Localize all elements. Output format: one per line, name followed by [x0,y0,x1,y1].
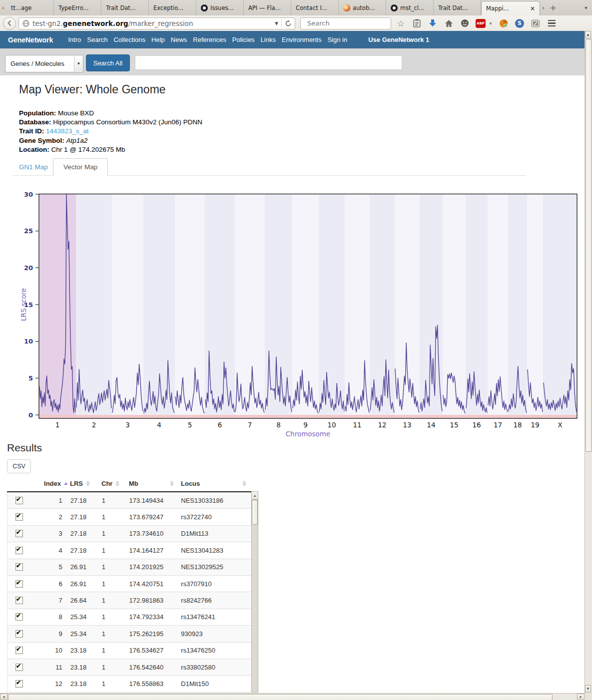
use-genenetwork1-link[interactable]: Use GeneNetwork 1 [368,36,429,43]
sort-icon[interactable] [115,481,119,486]
x-tick-label: 8 [276,421,281,429]
table-scrollbar-thumb[interactable] [252,500,258,525]
scroll-left-button[interactable]: ◂ [0,694,7,700]
row-checkbox[interactable] [15,647,23,654]
search-all-button[interactable]: Search All [86,54,130,71]
row-checkbox[interactable] [15,497,23,504]
x-tick-label: 6 [218,421,222,429]
x-tick-label: 3 [125,421,130,429]
reload-icon[interactable] [285,20,292,27]
proxy-addon-icon[interactable] [497,17,510,29]
reading-list-icon[interactable] [410,17,423,29]
row-checkbox[interactable] [15,680,23,688]
row-checkbox[interactable] [15,664,23,671]
chromosome-band [292,194,319,419]
nav-item-links[interactable]: Links [261,36,276,43]
browser-tab[interactable]: Trait Dat... [434,0,481,15]
menu-icon[interactable] [545,17,558,29]
home-icon[interactable] [442,17,455,29]
scroll-up-button[interactable]: ▲ [585,31,591,38]
url-bar[interactable]: test-gn2.genenetwork.org/marker_regressi… [18,17,295,29]
nav-item-search[interactable]: Search [87,36,107,43]
nav-item-collections[interactable]: Collections [113,36,145,43]
browser-tab[interactable]: Contact I... [291,0,339,15]
downloads-icon[interactable] [426,17,439,29]
tab-list-dropdown-button[interactable]: ▾ [580,0,592,15]
search-category-select[interactable]: Genes / Molecules ▼ [5,55,83,72]
tab-vector-map[interactable]: Vector Map [53,158,108,176]
table-scrollbar[interactable]: ▲ [251,491,258,693]
x-tick-label: 14 [427,421,435,429]
csv-export-button[interactable]: CSV [7,459,31,473]
tab-scroll-right-button[interactable]: › [540,0,547,15]
cell-locus: rs13476241 [179,613,251,621]
skype-addon-icon[interactable]: S [513,17,526,29]
browser-tab[interactable]: Exceptio... [149,0,196,15]
row-checkbox[interactable] [15,563,23,571]
browser-search-box[interactable] [300,17,391,29]
page-horizontal-scrollbar[interactable]: ◂ ▸ [0,693,585,700]
row-checkbox[interactable] [15,513,23,521]
browser-tab[interactable]: Issues... [196,0,244,15]
browser-search-input[interactable] [306,19,393,27]
row-checkbox[interactable] [15,547,23,554]
sort-icon[interactable] [242,481,246,486]
gn-brand[interactable]: GeneNetwork [8,36,53,44]
adblock-dropdown-icon[interactable]: ▾ [487,17,494,29]
sort-icon[interactable] [86,481,90,486]
tab-gn1-map[interactable]: GN1 Map [19,163,48,171]
row-checkbox[interactable] [15,580,23,588]
browser-tab-active[interactable]: Mappi...× [481,1,540,15]
browser-tab[interactable]: API — Fla... [244,0,291,15]
nav-item-news[interactable]: News [171,36,187,43]
cell-lrs: 27.18 [68,513,100,521]
column-label: Index [40,480,61,487]
tab-scroll-left-button[interactable]: ‹ [0,0,6,15]
vertical-scrollbar-thumb[interactable] [586,39,592,452]
browser-tab[interactable]: Trait Dat... [101,0,149,15]
x-tick-label: 10 [327,421,336,429]
sort-icon[interactable] [170,481,174,486]
bookmark-star-icon[interactable]: ☆ [394,17,407,29]
nav-item-help[interactable]: Help [151,36,165,43]
column-header-mb[interactable]: Mb [127,480,179,487]
horizontal-scrollbar-thumb[interactable] [8,694,553,700]
chat-icon[interactable] [458,17,471,29]
trait-id-link[interactable]: 1443823_s_at [46,127,89,135]
row-checkbox[interactable] [15,630,23,638]
column-header-chr[interactable]: Chr [99,480,127,487]
sort-icon[interactable] [64,482,68,485]
url-history-dropdown-icon[interactable]: ▼ [272,21,281,26]
nav-item-environments[interactable]: Environments [282,36,321,43]
tab-close-icon[interactable]: × [530,5,535,12]
nav-item-references[interactable]: References [193,36,226,43]
cell-mb: 173.734610 [127,530,179,537]
gn-search-input[interactable] [135,55,402,70]
browser-tab[interactable]: mst_cl... [386,0,434,15]
nav-item-policies[interactable]: Policies [232,36,255,43]
column-header-lrs[interactable]: LRS [68,480,99,487]
chromosome-band [527,194,543,419]
row-checkbox[interactable] [15,597,23,604]
page-vertical-scrollbar[interactable]: ▲ ▼ [585,31,592,693]
row-checkbox[interactable] [15,530,23,537]
cell-mb: 176.558863 [127,680,179,688]
screenshot-addon-icon[interactable] [529,17,542,29]
nav-item-intro[interactable]: Intro [68,36,81,43]
adblock-icon[interactable]: ABP [474,17,487,29]
column-header-locus[interactable]: Locus [179,480,251,487]
new-tab-button[interactable]: + [547,0,560,15]
cell-chr: 1 [100,613,127,621]
nav-item-sign-in[interactable]: Sign in [327,36,347,43]
back-button[interactable] [3,17,16,30]
table-scroll-up-button[interactable]: ▲ [252,492,258,500]
browser-tab[interactable]: TypeErro... [54,0,101,15]
browser-tab[interactable]: autob... [339,0,386,15]
sort-desc-icon [86,484,90,486]
column-header-index[interactable]: Index [30,480,68,487]
row-checkbox[interactable] [15,613,23,621]
browser-tab[interactable]: tt...age [6,0,54,15]
scroll-down-button[interactable]: ▼ [585,685,591,693]
scroll-right-button[interactable]: ▸ [577,694,585,700]
chromosome-band [76,194,112,419]
